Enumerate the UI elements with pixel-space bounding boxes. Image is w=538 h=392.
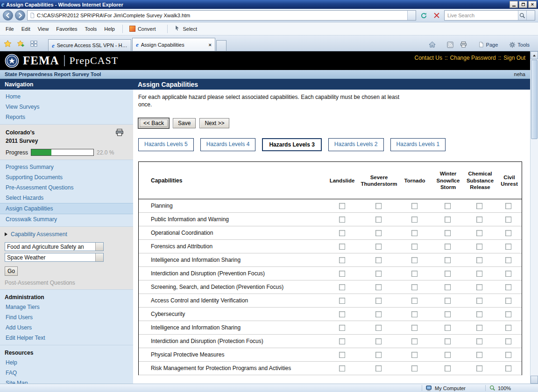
- capability-checkbox[interactable]: [476, 325, 482, 331]
- capability-checkbox[interactable]: [411, 271, 418, 277]
- menu-item[interactable]: Edit: [18, 24, 34, 34]
- header-link[interactable]: Change Password: [450, 55, 496, 61]
- sidebar-link[interactable]: Site Map: [0, 378, 133, 384]
- capability-checkbox[interactable]: [476, 365, 482, 371]
- tab-close-icon[interactable]: ×: [209, 42, 212, 48]
- sidebar-link[interactable]: Home: [0, 91, 133, 102]
- capability-checkbox[interactable]: [411, 203, 418, 209]
- back-button[interactable]: << Back: [138, 118, 169, 128]
- sidebar-link[interactable]: Progress Summary: [0, 162, 133, 172]
- sidebar-link[interactable]: Pre-Assessment Questions: [0, 182, 133, 193]
- hazard-tab[interactable]: Hazards Levels 3: [262, 138, 321, 151]
- capability-checkbox[interactable]: [375, 338, 382, 344]
- sidebar-link[interactable]: View Surveys: [0, 102, 133, 112]
- capability-checkbox[interactable]: [445, 311, 451, 317]
- hazard-tab[interactable]: Hazards Levels 2: [328, 138, 384, 151]
- search-box[interactable]: Live Search: [444, 10, 535, 21]
- sidebar-link[interactable]: Select Hazards: [0, 193, 133, 203]
- next-button[interactable]: Next >>: [199, 118, 229, 128]
- capability-checkbox[interactable]: [411, 217, 418, 223]
- capability-checkbox[interactable]: [445, 298, 451, 304]
- hazard-dropdown[interactable]: Space Weather: [5, 253, 104, 262]
- capability-checkbox[interactable]: [476, 271, 482, 277]
- address-input[interactable]: C:\CAS\SPR\2012 SPR\PRA\For Jim\Complete…: [27, 10, 416, 21]
- scroll-down-button[interactable]: [531, 376, 538, 384]
- capability-checkbox[interactable]: [411, 365, 418, 371]
- browser-tab[interactable]: e Assign Capabilities ×: [132, 38, 215, 51]
- sidebar-link[interactable]: Manage Tiers: [0, 302, 133, 312]
- capability-checkbox[interactable]: [339, 244, 345, 250]
- capability-checkbox[interactable]: [476, 338, 482, 344]
- capability-checkbox[interactable]: [445, 284, 451, 290]
- capability-dropdown[interactable]: Food and Agriculture Safety an: [5, 242, 104, 251]
- hazard-tab[interactable]: Hazards Levels 1: [390, 138, 446, 151]
- capability-checkbox[interactable]: [339, 284, 345, 290]
- capability-checkbox[interactable]: [375, 352, 382, 358]
- capability-checkbox[interactable]: [339, 365, 345, 371]
- capability-checkbox[interactable]: [505, 217, 511, 223]
- menu-item[interactable]: Help: [100, 24, 119, 34]
- vertical-scrollbar[interactable]: [530, 51, 538, 384]
- capability-checkbox[interactable]: [476, 311, 482, 317]
- capability-checkbox[interactable]: [505, 352, 511, 358]
- capability-checkbox[interactable]: [339, 217, 345, 223]
- capability-checkbox[interactable]: [505, 203, 511, 209]
- capability-checkbox[interactable]: [339, 338, 345, 344]
- go-button[interactable]: Go: [5, 266, 18, 276]
- header-link[interactable]: Sign Out: [503, 55, 525, 61]
- capability-checkbox[interactable]: [476, 217, 482, 223]
- capability-checkbox[interactable]: [411, 257, 418, 263]
- capability-checkbox[interactable]: [375, 203, 382, 209]
- restore-button[interactable]: [519, 1, 527, 8]
- sidebar-link[interactable]: Edit Helper Text: [0, 333, 133, 343]
- favorites-center-button[interactable]: [1, 37, 14, 49]
- sidebar-link[interactable]: Help: [0, 357, 133, 368]
- capability-checkbox[interactable]: [445, 352, 451, 358]
- header-link[interactable]: Contact Us: [415, 55, 442, 61]
- sidebar-link[interactable]: Crosswalk Summary: [0, 214, 133, 224]
- capability-checkbox[interactable]: [375, 244, 382, 250]
- capability-checkbox[interactable]: [505, 257, 511, 263]
- capability-checkbox[interactable]: [445, 217, 451, 223]
- capability-checkbox[interactable]: [375, 365, 382, 371]
- dropdown-arrow-icon[interactable]: [95, 243, 103, 251]
- capability-checkbox[interactable]: [411, 244, 418, 250]
- capability-checkbox[interactable]: [505, 284, 511, 290]
- feeds-button[interactable]: [445, 41, 456, 49]
- back-button[interactable]: [3, 10, 13, 21]
- capability-checkbox[interactable]: [505, 298, 511, 304]
- capability-checkbox[interactable]: [445, 338, 451, 344]
- capability-checkbox[interactable]: [476, 244, 482, 250]
- quick-tabs-button[interactable]: [28, 37, 40, 49]
- menu-item[interactable]: Favorites: [52, 24, 81, 34]
- address-dropdown-button[interactable]: [407, 11, 416, 20]
- refresh-button[interactable]: [418, 10, 429, 21]
- save-button[interactable]: Save: [173, 118, 196, 128]
- capability-checkbox[interactable]: [411, 230, 418, 236]
- scrollbar-track[interactable]: [531, 140, 538, 376]
- capability-checkbox[interactable]: [445, 244, 451, 250]
- capability-checkbox[interactable]: [375, 217, 382, 223]
- capability-checkbox[interactable]: [476, 257, 482, 263]
- capability-checkbox[interactable]: [375, 271, 382, 277]
- zoom-control[interactable]: 100%: [486, 385, 538, 391]
- capability-checkbox[interactable]: [375, 230, 382, 236]
- capability-checkbox[interactable]: [505, 325, 511, 331]
- sidebar-link[interactable]: Add Users: [0, 322, 133, 333]
- capability-checkbox[interactable]: [505, 271, 511, 277]
- capability-checkbox[interactable]: [339, 352, 345, 358]
- page-menu-button[interactable]: Page: [476, 41, 505, 49]
- tab-list-button[interactable]: [41, 37, 47, 49]
- capability-checkbox[interactable]: [505, 338, 511, 344]
- capability-checkbox[interactable]: [375, 325, 382, 331]
- add-favorite-button[interactable]: [14, 37, 27, 49]
- close-button[interactable]: ×: [528, 1, 537, 8]
- capability-checkbox[interactable]: [505, 244, 511, 250]
- capability-checkbox[interactable]: [476, 298, 482, 304]
- hazard-tab[interactable]: Hazards Levels 5: [138, 138, 194, 151]
- capability-checkbox[interactable]: [339, 230, 345, 236]
- capability-checkbox[interactable]: [411, 352, 418, 358]
- print-survey-icon[interactable]: [115, 128, 124, 145]
- capability-checkbox[interactable]: [375, 298, 382, 304]
- home-button[interactable]: [426, 40, 443, 49]
